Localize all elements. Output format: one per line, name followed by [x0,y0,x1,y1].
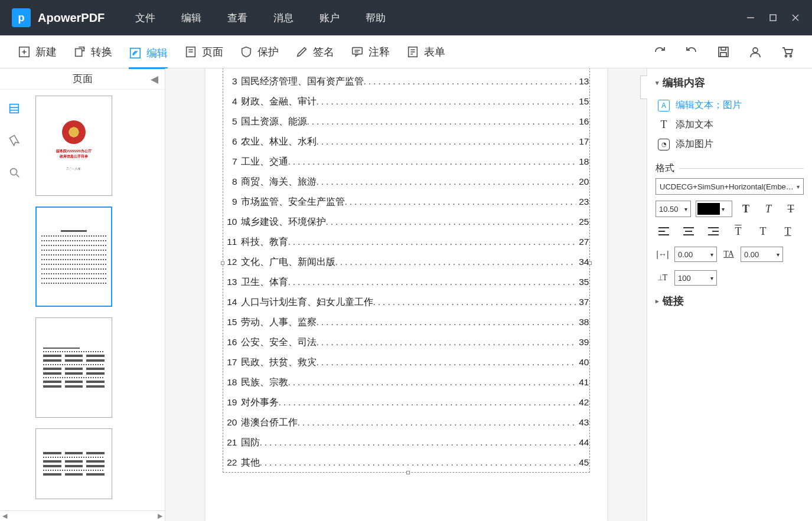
edit-text-image-option[interactable]: A 编辑文本；图片 [656,96,804,115]
toc-row[interactable]: 16公安、安全、司法..............................… [223,332,589,352]
toc-page: 37 [579,297,589,307]
toc-row[interactable]: 11科技、教育.................................… [223,231,589,251]
search-tab-icon[interactable] [7,165,21,179]
links-header[interactable]: ▸ 链接 [656,294,804,308]
toc-title: 国防 [241,437,260,449]
redo-button[interactable] [653,45,667,59]
minimize-button[interactable] [746,13,755,22]
toc-row[interactable]: 14人口与计划生育、妇女儿童工作........................… [223,291,589,312]
page-view[interactable]: 2综合政务...................................… [165,68,647,521]
emblem-icon [62,120,86,144]
undo-button[interactable] [684,45,699,59]
toc-row[interactable]: 12文化、广电、新闻出版............................… [223,251,589,271]
toc-title: 文化、广电、新闻出版 [241,256,335,268]
thumbnail-3[interactable] [35,317,112,418]
collapse-right-icon[interactable] [640,76,647,99]
toc-row[interactable]: 22其他....................................… [223,452,589,472]
thumbnail-4[interactable] [35,428,112,499]
font-size-select[interactable]: 10.50▾ [656,201,691,217]
account-button[interactable] [748,45,762,59]
tool-edit[interactable]: 编辑 [129,44,168,69]
edit-content-header[interactable]: ▾ 编辑内容 [656,76,804,90]
overline-button[interactable]: T [730,224,746,238]
toc-row[interactable]: 8商贸、海关、旅游...............................… [223,171,589,191]
svg-rect-12 [353,47,363,54]
font-color-select[interactable]: ▾ [696,201,732,217]
left-horizontal-scrollbar[interactable]: ◀▶ [0,510,165,521]
italic-button[interactable]: T [759,201,777,217]
strikethrough-button[interactable]: T [782,201,800,217]
toc-number: 15 [223,317,237,327]
toc-row[interactable]: 17民政、扶贫、救灾..............................… [223,352,589,372]
bold-button[interactable]: T [737,201,755,217]
maximize-button[interactable] [768,13,778,22]
cart-button[interactable] [780,45,794,59]
toc-row[interactable]: 6农业、林业、水利...............................… [223,131,589,151]
scale-select[interactable]: 100▾ [674,270,717,286]
add-image-option[interactable]: ◔ 添加图片 [656,135,804,154]
svg-point-24 [790,55,792,57]
toc-row[interactable]: 18民族、宗教.................................… [223,372,589,392]
toc-row[interactable]: 13卫生、体育.................................… [223,271,589,291]
menu-edit[interactable]: 编辑 [168,11,214,25]
menu-help[interactable]: 帮助 [353,11,399,25]
tool-sign[interactable]: 签名 [295,42,334,61]
comment-icon [351,45,364,58]
tool-label: 保护 [257,45,279,59]
align-right-button[interactable] [705,224,722,238]
toc-row[interactable]: 3国民经济管理、国有资产监管..........................… [223,71,589,91]
menu-message[interactable]: 消息 [260,11,306,25]
toc-row[interactable]: 20港澳台侨工作................................… [223,412,589,432]
toc-title: 科技、教育 [241,236,288,248]
tool-label: 表单 [424,45,445,59]
toc-title: 国民经济管理、国有资产监管 [241,76,364,88]
toc-row[interactable]: 5国土资源、能源................................… [223,111,589,131]
tool-new[interactable]: 新建 [18,42,57,61]
thumbnails-list[interactable]: 国务院2222223办公厅 政府信息公开目录 二〇一八年 [28,90,165,510]
toc-page: 16 [579,116,589,127]
toc-leader: ........................................… [288,377,577,388]
toc-row[interactable]: 10城乡建设、环境保护.............................… [223,211,589,231]
toc-page: 41 [579,377,589,388]
toc-row[interactable]: 21国防....................................… [223,432,589,452]
add-text-option[interactable]: T 添加文本 [656,115,804,135]
toc-row[interactable]: 19对外事务..................................… [223,392,589,412]
app-name: ApowerPDF [38,11,105,25]
toc-text-block[interactable]: 2综合政务...................................… [223,68,589,472]
align-left-button[interactable] [656,224,672,238]
bookmarks-tab-icon[interactable] [7,133,21,148]
toc-row[interactable]: 9市场监管、安全生产监管............................… [223,191,589,211]
font-select[interactable]: UCDECG+SimSun+Horizontal(Embedded) ▾ [656,178,804,195]
tool-pages[interactable]: 页面 [184,42,223,61]
thumbnail-2[interactable] [35,207,112,307]
toc-row[interactable]: 7工业、交通..................................… [223,151,589,171]
menu-account[interactable]: 账户 [306,11,353,25]
close-button[interactable] [791,13,800,22]
toc-row[interactable]: 15劳动、人事、监察..............................… [223,312,589,332]
tool-protect[interactable]: 保护 [240,42,279,61]
char-spacing-select[interactable]: 0.00▾ [674,247,717,262]
toc-row[interactable]: 4财政、金融、审计...............................… [223,91,589,111]
menu-view[interactable]: 查看 [214,11,260,25]
titlebar: p ApowerPDF 文件 编辑 查看 消息 账户 帮助 [0,0,812,35]
underline-button[interactable]: T [780,224,796,238]
align-center-button[interactable] [680,224,697,238]
toc-page: 18 [579,156,589,167]
word-spacing-select[interactable]: 0.00▾ [741,247,783,262]
svg-line-29 [17,175,19,178]
save-button[interactable] [716,45,731,59]
tool-label: 编辑 [146,46,168,60]
text-image-icon: A [658,100,670,112]
tool-annotate[interactable]: 注释 [351,42,390,61]
tool-form[interactable]: 表单 [406,42,445,61]
thumbnails-tab-icon[interactable] [7,101,21,116]
collapse-left-icon[interactable]: ◀ [151,73,161,84]
toc-leader: ........................................… [345,196,577,207]
menu-file[interactable]: 文件 [122,11,168,25]
toc-number: 4 [223,96,237,107]
normal-button[interactable]: T [755,224,771,238]
toc-number: 21 [223,437,237,448]
thumbnail-1[interactable]: 国务院2222223办公厅 政府信息公开目录 二〇一八年 [35,96,112,196]
tool-convert[interactable]: 转换 [73,42,112,61]
plus-square-icon [18,45,31,58]
